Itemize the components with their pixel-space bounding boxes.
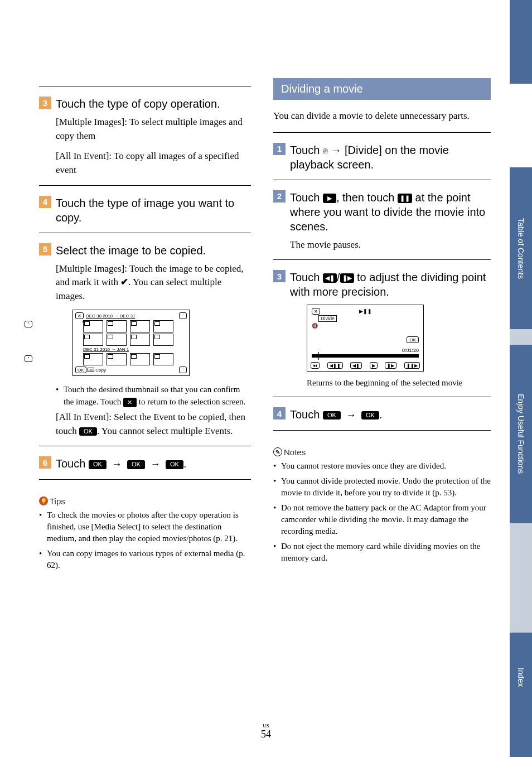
scroll-up-icon: ˄ [25, 321, 32, 327]
note-item: You cannot restore movies once they are … [273, 460, 491, 472]
divide-screenshot: ✕ Divide 🔇 ▶❚❚ OK 0:01:20 ⏮ ◀❚❚ ◀❚ ▶ ❚▶ … [307, 305, 424, 372]
play-icon: ▶ [370, 362, 378, 369]
r-step-2-body: The movie pauses. [290, 238, 491, 252]
tab-index[interactable]: Index [510, 633, 532, 722]
step-3-body-a: [Multiple Images]: To select multiple im… [56, 115, 251, 143]
arrow-icon: → [150, 459, 160, 470]
ok-button-icon: OK [75, 367, 86, 373]
tips-header-label: Tips [50, 496, 65, 506]
r-step-4: 4 Touch OK → OK. [273, 407, 491, 422]
tips-icon: 💡 [39, 496, 48, 505]
notes-icon: ✎ [273, 447, 282, 456]
frame-back-icon: ◀❚ [323, 273, 337, 283]
step-6-pre: Touch [56, 457, 89, 470]
divide-caption: Returns to the beginning of the selected… [307, 377, 491, 389]
close-icon: ✕ [75, 312, 84, 319]
copy-label: Copy [95, 368, 106, 373]
step-5: 5 Select the image to be copied. [39, 243, 251, 258]
frame-forward-icon: ❚❚▶ [404, 362, 420, 369]
r-step-2-title: Touch ▶, then touch ❚❚ at the point wher… [290, 190, 491, 234]
step-number-3: 3 [39, 97, 51, 109]
ok-button-icon: OK [323, 411, 341, 420]
check-icon: ✔ [120, 277, 128, 287]
step-6: 6 Touch OK → OK → OK. [39, 456, 251, 471]
notes-list: You cannot restore movies once they are … [273, 460, 491, 564]
page-down-icon: ˇ [179, 367, 187, 373]
close-button-icon: ✕ [123, 398, 137, 407]
step-3-body-b: [All In Event]: To copy all images of a … [56, 150, 251, 177]
page-up-icon: ˆ [179, 312, 187, 319]
step-number-4: 4 [273, 407, 286, 420]
note-item: You cannot divide protected movie. Undo … [273, 475, 491, 499]
r4-post: . [379, 408, 383, 421]
tip-item: You can copy images to various types of … [39, 548, 251, 571]
scroll-down-icon: ˅ [25, 355, 32, 362]
r-step-1: 1 Touch ⎚ → [Divide] on the movie playba… [273, 143, 491, 172]
r-step-3: 3 Touch ◀❚/❚▶ to adjust the dividing poi… [273, 270, 491, 299]
date-range-1: DEC 30 2010 → DEC 31 [86, 314, 179, 319]
timecode: 0:01:20 [402, 348, 419, 353]
date-range-2: DEC 31 2010 → JAN 1 [83, 347, 187, 352]
pause-icon: ❚❚ [398, 194, 412, 203]
frame-forward-icon: ❚▶ [340, 273, 354, 283]
step-5-bullet: Touch the desired thumbnail so that you … [56, 384, 251, 408]
ok-button-icon: OK [89, 460, 107, 469]
step-5-body: [Multiple Images]: Touch the image to be… [56, 262, 251, 303]
play-icon: ▶ [323, 194, 336, 203]
step-number-2: 2 [273, 190, 286, 202]
copy-selection-screenshot: ✕ DEC 30 2010 → DEC 31 ˆ ✔ DEC 31 2010 →… [72, 310, 190, 376]
arrow-icon: → [346, 409, 356, 421]
step-number-6: 6 [39, 456, 51, 469]
step-4: 4 Touch the type of image you want to co… [39, 196, 251, 225]
step-5-body2: [All In Event]: Select the Event to be c… [56, 411, 251, 438]
hd-icon: HD [88, 368, 95, 372]
step-number-1: 1 [273, 143, 286, 155]
tips-header: 💡 Tips [39, 496, 251, 506]
r4-pre: Touch [290, 408, 323, 421]
left-column: 3 Touch the type of copy operation. [Mul… [39, 78, 251, 575]
note-item: Do not eject the memory card while divid… [273, 541, 491, 564]
edit-options-icon: ⎚ [323, 146, 327, 156]
step-3: 3 Touch the type of copy operation. [39, 97, 251, 111]
step-number-3: 3 [273, 270, 286, 282]
frame-back-icon: ◀❚❚ [327, 362, 343, 369]
notes-header: ✎ Notes [273, 447, 491, 457]
notes-header-label: Notes [284, 447, 306, 457]
frame-back-icon: ◀❚ [350, 362, 362, 369]
r-step-3-title: Touch ◀❚/❚▶ to adjust the dividing point… [290, 270, 491, 299]
step-5-bullet-tail: to return to the selection screen. [137, 397, 245, 406]
page-footer: US 54 [0, 723, 532, 740]
step-number-4: 4 [39, 196, 51, 208]
r3-mid: / [337, 271, 340, 283]
skip-start-icon: ⏮ [311, 362, 320, 369]
r-step-2: 2 Touch ▶, then touch ❚❚ at the point wh… [273, 190, 491, 234]
close-icon: ✕ [312, 308, 320, 315]
section-banner: Dividing a movie [273, 78, 491, 100]
ok-button-icon: OK [79, 427, 97, 436]
step-4-title: Touch the type of image you want to copy… [56, 196, 251, 225]
tips-list: To check the movies or photos after the … [39, 509, 251, 571]
ok-icon: OK [407, 336, 419, 343]
speaker-icon: 🔇 [312, 323, 318, 329]
play-pause-icon: ▶❚❚ [359, 308, 372, 314]
step-number-5: 5 [39, 243, 51, 255]
ok-button-icon: OK [166, 460, 183, 469]
frame-forward-icon: ❚▶ [385, 362, 396, 369]
tip-item: To check the movies or photos after the … [39, 509, 251, 544]
step-6-title: Touch OK → OK → OK. [56, 456, 251, 471]
ok-button-icon: OK [127, 460, 145, 469]
footer-region: US [0, 723, 532, 729]
r3-pre: Touch [290, 271, 323, 283]
r2-pre: Touch [290, 191, 323, 204]
footer-page-number: 54 [0, 729, 532, 740]
step-3-title: Touch the type of copy operation. [56, 97, 251, 111]
r-step-1-title: Touch ⎚ → [Divide] on the movie playback… [290, 143, 491, 172]
arrow-icon: → [112, 459, 122, 470]
divide-label: Divide [318, 315, 337, 322]
section-intro: You can divide a movie to delete unneces… [273, 109, 491, 123]
step-6-post: . [183, 457, 187, 470]
r-step-4-title: Touch OK → OK. [290, 407, 491, 422]
ok-button-icon: OK [361, 411, 379, 420]
right-column: Dividing a movie You can divide a movie … [273, 78, 491, 575]
step-5-title: Select the image to be copied. [56, 243, 251, 258]
